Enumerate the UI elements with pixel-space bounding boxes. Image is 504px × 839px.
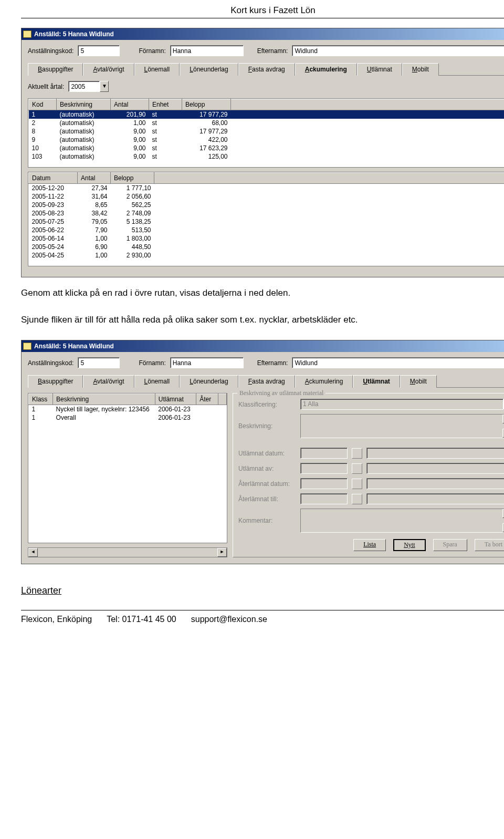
- fornamn-field[interactable]: [170, 45, 244, 56]
- lookup-icon[interactable]: [352, 463, 362, 474]
- table-row[interactable]: 1Overall2006-01-23: [29, 413, 227, 422]
- divider: [21, 610, 504, 610]
- utlamnat-datum-extra[interactable]: [366, 448, 504, 459]
- table-row[interactable]: 2005-05-246,90448,50: [29, 243, 505, 251]
- table-row[interactable]: 8(automatisk)9,00st17 977,29: [29, 127, 505, 136]
- tab-lneunderlag[interactable]: Löneunderlag: [180, 375, 238, 388]
- col-header[interactable]: Belopp: [111, 173, 154, 184]
- table-row[interactable]: 1(automatisk)201,90st17 977,29: [29, 110, 505, 119]
- grid-detail[interactable]: DatumAntalBelopp 2005-12-2027,341 777,10…: [28, 172, 504, 266]
- table-row[interactable]: 2005-06-227,90513,50: [29, 226, 505, 234]
- tab-mobilt[interactable]: Mobilt: [400, 375, 437, 388]
- col-header[interactable]: Åter: [196, 394, 218, 405]
- chevron-down-icon[interactable]: ▼: [100, 81, 109, 92]
- tab-ackumulering[interactable]: Ackumulering: [295, 63, 357, 76]
- col-header[interactable]: Beskrivning: [53, 394, 155, 405]
- table-row[interactable]: 2005-11-2231,642 056,60: [29, 192, 505, 201]
- klassificering-combo[interactable]: 1 Alla ▼: [300, 399, 504, 410]
- table-row[interactable]: 1Nyckel till lager, nyckelnr: 1234562006…: [29, 405, 227, 414]
- lista-button[interactable]: Lista: [353, 539, 386, 551]
- table-row[interactable]: 2005-09-238,65562,25: [29, 201, 505, 209]
- tab-fastaavdrag[interactable]: Fasta avdrag: [238, 63, 295, 76]
- page-header: Kort kurs i Fazett Lön: [21, 5, 504, 16]
- tab-basuppgifter[interactable]: Basuppgifter: [28, 375, 83, 388]
- detail-panel: Beskrivning av utlämnat material Klassif…: [233, 393, 504, 557]
- efternamn-field[interactable]: [292, 45, 504, 56]
- label-beskrivning: Beskrivning:: [238, 422, 296, 430]
- group-title: Beskrivning av utlämnat material: [237, 389, 326, 397]
- beskrivning-field[interactable]: ▲ ▼: [300, 414, 504, 438]
- artal-combo[interactable]: ▼: [68, 81, 109, 92]
- tab-ackumulering[interactable]: Ackumulering: [295, 375, 353, 388]
- col-header[interactable]: Beskrivning: [57, 99, 111, 110]
- nytt-button[interactable]: Nytt: [393, 539, 425, 551]
- aterlamnat-datum-field[interactable]: [300, 478, 348, 489]
- grid-utlamnat[interactable]: KlassBeskrivningUtlämnatÅter 1Nyckel til…: [28, 393, 227, 543]
- klassificering-field: 1 Alla: [300, 399, 503, 410]
- col-header[interactable]: Antal: [111, 99, 149, 110]
- horizontal-scrollbar[interactable]: ◄ ►: [28, 547, 227, 557]
- titlebar[interactable]: Anställd: 5 Hanna Widlund ×: [22, 340, 504, 352]
- artal-field[interactable]: [68, 81, 100, 92]
- scroll-right-icon[interactable]: ►: [217, 548, 227, 557]
- table-row[interactable]: 2005-06-141,001 803,00: [29, 234, 505, 243]
- tab-avtalvrigt[interactable]: Avtal/övrigt: [83, 375, 134, 388]
- titlebar[interactable]: Anställd: 5 Hanna Widlund ×: [22, 28, 504, 40]
- tab-avtalvrigt[interactable]: Avtal/övrigt: [83, 63, 134, 76]
- label-kommentar: Kommentar:: [238, 517, 296, 524]
- aterlamnat-till-extra[interactable]: [366, 493, 504, 504]
- aterlamnat-datum-extra[interactable]: [366, 478, 504, 489]
- window-title: Anställd: 5 Hanna Widlund: [34, 340, 504, 352]
- col-header[interactable]: Utlämnat: [155, 394, 196, 405]
- tab-lnemall[interactable]: Lönemall: [134, 63, 180, 76]
- tab-lneunderlag[interactable]: Löneunderlag: [180, 63, 238, 76]
- tabort-button[interactable]: Ta bort: [475, 539, 504, 551]
- table-row[interactable]: 2(automatisk)1,00st68,00: [29, 119, 505, 127]
- tab-utlmnat[interactable]: Utlämnat: [353, 375, 400, 388]
- window-employee-1: Anställd: 5 Hanna Widlund × Anställnings…: [21, 28, 504, 277]
- table-row[interactable]: 9(automatisk)9,00st422,00: [29, 136, 505, 144]
- fornamn-field[interactable]: [170, 357, 244, 368]
- efternamn-field[interactable]: [292, 357, 504, 368]
- utlamnat-datum-field[interactable]: [300, 448, 348, 459]
- calendar-icon[interactable]: [352, 448, 362, 459]
- para1: Genom att klicka på en rad i övre rutan,…: [21, 287, 504, 300]
- lookup-icon[interactable]: [352, 494, 362, 504]
- kommentar-field[interactable]: ▲ ▼: [300, 509, 504, 533]
- grid-summary[interactable]: KodBeskrivningAntalEnhetBelopp 1(automat…: [28, 98, 504, 168]
- footer-email: support@flexicon.se: [191, 615, 267, 624]
- tabs: BasuppgifterAvtal/övrigtLönemallLöneunde…: [28, 63, 504, 76]
- anstallningskod-field[interactable]: [78, 45, 120, 56]
- calendar-icon[interactable]: [352, 479, 362, 489]
- table-row[interactable]: 2005-07-2579,055 138,25: [29, 217, 505, 226]
- tab-utlmnat[interactable]: Utlämnat: [357, 63, 402, 76]
- spara-button[interactable]: Spara: [433, 539, 467, 551]
- app-icon: [23, 343, 32, 350]
- col-header[interactable]: Belopp: [182, 99, 231, 110]
- aterlamnat-till-field[interactable]: [300, 493, 348, 504]
- label-efternamn: Efternamn:: [257, 47, 288, 55]
- table-row[interactable]: 2005-12-2027,341 777,10: [29, 184, 505, 193]
- table-row[interactable]: 103(automatisk)9,00st125,00: [29, 152, 505, 161]
- tab-basuppgifter[interactable]: Basuppgifter: [28, 63, 83, 76]
- label-utlamnat-datum: Utlämnat datum:: [238, 450, 296, 457]
- utlamnat-av-extra[interactable]: [366, 463, 504, 474]
- label-anstallningskod: Anställningskod:: [28, 359, 74, 367]
- col-header[interactable]: Enhet: [149, 99, 182, 110]
- anstallningskod-field[interactable]: [78, 357, 120, 368]
- col-header[interactable]: Datum: [29, 173, 78, 184]
- para2: Sjunde fliken är till för att hålla reda…: [21, 314, 504, 327]
- footer-tel: Tel: 0171-41 45 00: [107, 615, 176, 624]
- table-row[interactable]: 2005-08-2338,422 748,09: [29, 209, 505, 217]
- utlamnat-av-field[interactable]: [300, 463, 348, 474]
- label-fornamn: Förnamn:: [139, 47, 165, 55]
- tab-lnemall[interactable]: Lönemall: [134, 375, 180, 388]
- table-row[interactable]: 2005-04-251,002 930,00: [29, 251, 505, 260]
- col-header[interactable]: Antal: [78, 173, 111, 184]
- scroll-left-icon[interactable]: ◄: [28, 548, 38, 557]
- table-row[interactable]: 10(automatisk)9,00st17 623,29: [29, 144, 505, 152]
- col-header[interactable]: Kod: [29, 99, 57, 110]
- col-header[interactable]: Klass: [29, 394, 53, 405]
- tab-fastaavdrag[interactable]: Fasta avdrag: [238, 375, 295, 388]
- tab-mobilt[interactable]: Mobilt: [402, 63, 439, 76]
